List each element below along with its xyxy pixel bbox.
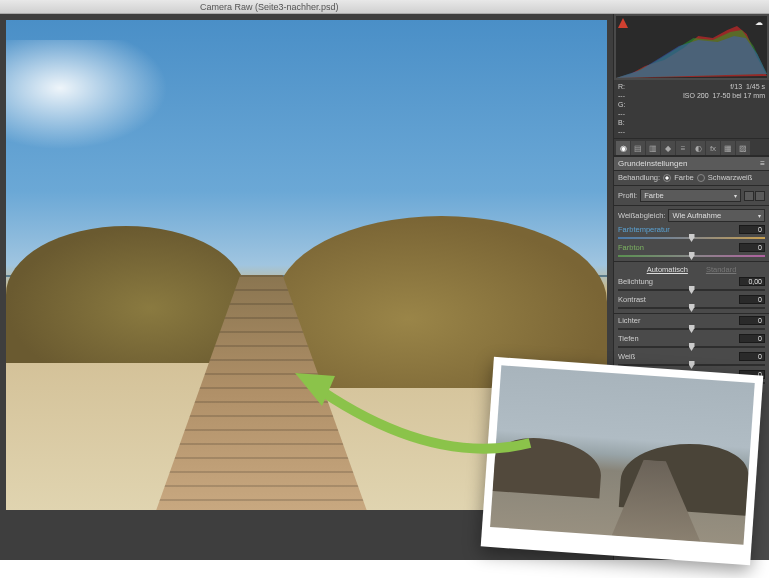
- profile-label: Profil:: [618, 191, 637, 200]
- window-title: Camera Raw (Seite3-nachher.psd): [200, 2, 339, 12]
- tab-presets[interactable]: ▨: [736, 141, 750, 155]
- wb-row: Weißabgleich: Wie Aufnahme▾: [614, 207, 769, 224]
- tab-curve[interactable]: ▤: [631, 141, 645, 155]
- shadow-clip-warning-icon[interactable]: [618, 18, 628, 28]
- tint-slider-row: Farbton0: [614, 242, 769, 260]
- chevron-down-icon: ▾: [758, 212, 761, 219]
- tint-slider[interactable]: [618, 253, 765, 259]
- before-thumbnail: [481, 357, 764, 565]
- treatment-color-radio[interactable]: [663, 174, 671, 182]
- chevron-down-icon: ▾: [734, 192, 737, 199]
- exif-readout: R: --- G: --- B: --- f/13 1/45 s ISO 200…: [614, 80, 769, 139]
- exposure-slider-row: Belichtung0,00: [614, 276, 769, 294]
- b-value: ---: [618, 127, 625, 136]
- histogram[interactable]: ☁: [616, 16, 767, 78]
- panel-tabs: ◉ ▤ ▥ ◆ ≡ ◐ fx ▦ ▨: [614, 139, 769, 156]
- section-menu-icon[interactable]: ≡: [760, 159, 765, 168]
- image-region: [6, 226, 246, 363]
- tab-split[interactable]: ≡: [676, 141, 690, 155]
- before-image: [490, 365, 755, 544]
- tint-label: Farbton: [618, 243, 644, 252]
- treatment-color-label[interactable]: Farbe: [674, 173, 694, 182]
- auto-link[interactable]: Automatisch: [647, 265, 688, 274]
- image-region: [6, 40, 186, 160]
- wb-select[interactable]: Wie Aufnahme▾: [668, 209, 765, 222]
- temperature-slider-row: Farbtemperatur0: [614, 224, 769, 242]
- highlight-clip-warning-icon[interactable]: ☁: [755, 18, 765, 28]
- temperature-label: Farbtemperatur: [618, 225, 670, 234]
- treatment-row: Behandlung: Farbe Schwarzweiß: [614, 171, 769, 184]
- tab-fx[interactable]: fx: [706, 141, 720, 155]
- treatment-bw-label[interactable]: Schwarzweiß: [708, 173, 753, 182]
- svg-marker-0: [618, 18, 628, 28]
- tab-calibration[interactable]: ▦: [721, 141, 735, 155]
- shadows-value[interactable]: 0: [739, 334, 765, 343]
- r-label: R:: [618, 82, 625, 91]
- g-label: G:: [618, 100, 625, 109]
- contrast-label: Kontrast: [618, 295, 646, 304]
- wb-label: Weißabgleich:: [618, 211, 665, 220]
- highlights-label: Lichter: [618, 316, 641, 325]
- temperature-value[interactable]: 0: [739, 225, 765, 234]
- shadows-slider[interactable]: [618, 344, 765, 350]
- whites-label: Weiß: [618, 352, 635, 361]
- shutter-value: 1/45 s: [746, 83, 765, 90]
- tab-basic[interactable]: ◉: [616, 141, 630, 155]
- tab-hsl[interactable]: ◆: [661, 141, 675, 155]
- b-label: B:: [618, 118, 625, 127]
- profile-row: Profil: Farbe▾: [614, 187, 769, 204]
- g-value: ---: [618, 109, 625, 118]
- lens-value: 17-50 bei 17 mm: [712, 92, 765, 99]
- profile-value: Farbe: [644, 191, 664, 200]
- iso-value: ISO 200: [683, 92, 709, 99]
- tab-lens[interactable]: ◐: [691, 141, 705, 155]
- auto-row: Automatisch Standard: [614, 263, 769, 276]
- temperature-slider[interactable]: [618, 235, 765, 241]
- tab-detail[interactable]: ▥: [646, 141, 660, 155]
- basic-section-header: Grundeinstellungen ≡: [614, 156, 769, 171]
- whites-value[interactable]: 0: [739, 352, 765, 361]
- exposure-slider[interactable]: [618, 287, 765, 293]
- contrast-slider[interactable]: [618, 305, 765, 311]
- section-title: Grundeinstellungen: [618, 159, 687, 168]
- contrast-slider-row: Kontrast0: [614, 294, 769, 312]
- contrast-value[interactable]: 0: [739, 295, 765, 304]
- shadows-label: Tiefen: [618, 334, 639, 343]
- treatment-bw-radio[interactable]: [697, 174, 705, 182]
- titlebar: Camera Raw (Seite3-nachher.psd): [0, 0, 769, 14]
- aperture-value: f/13: [730, 83, 742, 90]
- highlights-slider-row: Lichter0: [614, 315, 769, 333]
- r-value: ---: [618, 91, 625, 100]
- highlights-value[interactable]: 0: [739, 316, 765, 325]
- highlights-slider[interactable]: [618, 326, 765, 332]
- exposure-value[interactable]: 0,00: [739, 277, 765, 286]
- shadows-slider-row: Tiefen0: [614, 333, 769, 351]
- exposure-label: Belichtung: [618, 277, 653, 286]
- wb-value: Wie Aufnahme: [672, 211, 721, 220]
- profile-browse-button[interactable]: [755, 191, 765, 201]
- profile-grid-button[interactable]: [744, 191, 754, 201]
- default-link: Standard: [706, 265, 736, 274]
- tint-value[interactable]: 0: [739, 243, 765, 252]
- treatment-label: Behandlung:: [618, 173, 660, 182]
- profile-select[interactable]: Farbe▾: [640, 189, 741, 202]
- histogram-graph: [616, 16, 767, 78]
